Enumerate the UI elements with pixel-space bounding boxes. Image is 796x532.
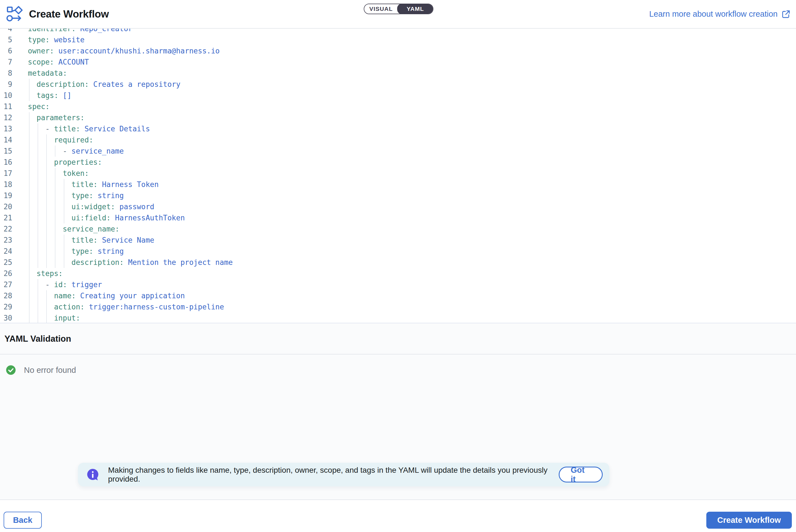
indent-guide [29,90,30,101]
code-text: - id: trigger [28,279,102,290]
indent-guide [64,190,64,201]
code-line[interactable]: 8metadata: [0,68,796,79]
line-number: 7 [0,56,12,68]
code-line[interactable]: 28 name: Creating your appication [0,290,796,301]
page-title: Create Workflow [29,8,109,20]
indent-guide [46,146,47,157]
code-text: title: Service Name [28,234,154,246]
code-line[interactable]: 6owner: user:account/khushi.sharma@harne… [0,45,796,56]
code-line[interactable]: 20 ui:widget: password [0,201,796,212]
indent-guide [46,212,47,224]
validation-status-text: No error found [24,366,76,375]
indent-guide [29,112,30,123]
code-text: token: [28,168,89,179]
code-line[interactable]: 14 required: [0,134,796,146]
code-text: owner: user:account/khushi.sharma@harnes… [28,45,220,56]
code-line[interactable]: 21 ui:field: HarnessAuthToken [0,212,796,224]
indent-guide [29,290,30,301]
code-text: title: Harness Token [28,179,159,190]
code-text: - service_name [28,146,124,157]
yaml-validation-title: YAML Validation [4,334,71,344]
line-number: 8 [0,68,12,79]
line-number: 13 [0,123,12,134]
code-text: service_name: [28,224,120,234]
code-text: ui:widget: password [28,201,154,212]
code-line[interactable]: 30 input: [0,312,796,323]
indent-guide [29,146,30,157]
toggle-yaml[interactable]: YAML [397,4,433,14]
visual-yaml-toggle[interactable]: VISUAL YAML [364,4,433,14]
line-number: 26 [0,268,12,279]
indent-guide [38,190,38,201]
code-line[interactable]: 22 service_name: [0,224,796,234]
indent-guide [55,234,55,246]
indent-guide [38,279,38,290]
code-line[interactable]: 12 parameters: [0,112,796,123]
code-line[interactable]: 9 description: Creates a repository [0,79,796,90]
line-number: 27 [0,279,12,290]
code-line[interactable]: 5type: website [0,34,796,45]
got-it-button[interactable]: Got it [559,467,603,482]
indent-guide [64,201,64,212]
indent-guide [29,234,30,246]
line-number: 15 [0,146,12,157]
code-line[interactable]: 29 action: trigger:harness-custom-pipeli… [0,301,796,312]
indent-guide [46,168,47,179]
line-number: 11 [0,101,12,112]
yaml-validation-panel: YAML Validation [0,323,796,355]
indent-guide [55,224,55,234]
indent-guide [38,179,38,190]
create-workflow-page: Create Workflow VISUAL YAML Learn more a… [0,0,796,532]
code-line[interactable]: 15 - service_name [0,146,796,157]
line-number: 19 [0,190,12,201]
learn-more-link[interactable]: Learn more about workflow creation [649,0,791,28]
indent-guide [29,190,30,201]
code-line[interactable]: 7scope: ACCOUNT [0,56,796,68]
code-line[interactable]: 23 title: Service Name [0,234,796,246]
code-text: - title: Service Details [28,123,150,134]
code-text: action: trigger:harness-custom-pipeline [28,301,224,312]
yaml-editor[interactable]: 4identifier: Repo_creator5type: website6… [0,28,796,323]
indent-guide [29,201,30,212]
line-number: 4 [0,28,12,34]
workflow-icon [6,5,23,23]
line-number: 30 [0,312,12,323]
indent-guide [38,246,38,257]
line-number: 6 [0,45,12,56]
indent-guide [46,179,47,190]
line-number: 12 [0,112,12,123]
code-line[interactable]: 10 tags: [] [0,90,796,101]
validation-status-row: No error found [6,364,76,376]
toggle-visual[interactable]: VISUAL [364,4,398,14]
code-line[interactable]: 27 - id: trigger [0,279,796,290]
code-line[interactable]: 17 token: [0,168,796,179]
code-line[interactable]: 16 properties: [0,157,796,168]
indent-guide [29,134,30,146]
code-text: properties: [28,157,102,168]
code-line[interactable]: 4identifier: Repo_creator [0,28,796,34]
code-line[interactable]: 18 title: Harness Token [0,179,796,190]
code-line[interactable]: 19 type: string [0,190,796,201]
back-button[interactable]: Back [4,512,42,529]
indent-guide [46,257,47,268]
indent-guide [29,279,30,290]
indent-guide [64,246,64,257]
line-number: 18 [0,179,12,190]
line-number: 23 [0,234,12,246]
code-line[interactable]: 26 steps: [0,268,796,279]
code-text: type: string [28,246,124,257]
success-check-icon [6,365,16,375]
code-text: name: Creating your appication [28,290,185,301]
line-number: 9 [0,79,12,90]
code-text: scope: ACCOUNT [28,56,89,68]
indent-guide [38,146,38,157]
create-workflow-button[interactable]: Create Workflow [706,512,792,529]
indent-guide [55,146,55,157]
code-line[interactable]: 25 description: Mention the project name [0,257,796,268]
line-number: 24 [0,246,12,257]
code-line[interactable]: 24 type: string [0,246,796,257]
code-line[interactable]: 13 - title: Service Details [0,123,796,134]
indent-guide [29,301,30,312]
indent-guide [38,290,38,301]
code-line[interactable]: 11spec: [0,101,796,112]
